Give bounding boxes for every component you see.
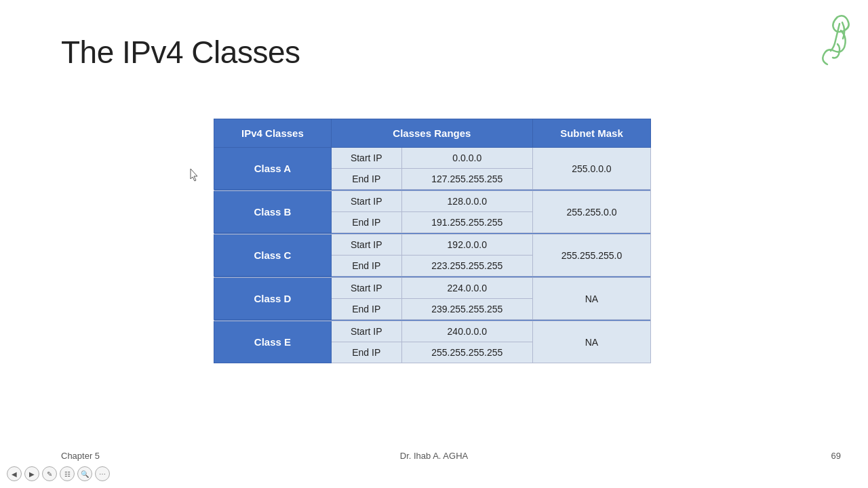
nav-play-button[interactable]: ▶: [24, 466, 39, 481]
range-label: End IP: [331, 169, 401, 190]
table-row: Class CStart IP192.0.0.0255.255.255.0: [214, 235, 651, 256]
range-label: End IP: [331, 299, 401, 320]
range-label: End IP: [331, 342, 401, 363]
range-value: 127.255.255.255: [401, 169, 532, 190]
subnet-cell-3: NA: [532, 278, 650, 320]
range-label: Start IP: [331, 278, 401, 299]
col-header-subnet: Subnet Mask: [532, 119, 650, 148]
nav-zoom-button[interactable]: 🔍: [77, 466, 92, 481]
range-label: Start IP: [331, 148, 401, 169]
table-row: Class DStart IP224.0.0.0NA: [214, 278, 651, 299]
range-value: 240.0.0.0: [401, 321, 532, 342]
range-label: End IP: [331, 212, 401, 233]
nav-controls: ◀ ▶ ✎ ☷ 🔍 ⋯: [7, 466, 110, 481]
nav-grid-button[interactable]: ☷: [60, 466, 75, 481]
ipv4-table-container: IPv4 Classes Classes Ranges Subnet Mask …: [214, 119, 651, 363]
footer-chapter: Chapter 5: [61, 451, 100, 461]
ipv4-classes-table: IPv4 Classes Classes Ranges Subnet Mask …: [214, 119, 651, 363]
range-label: Start IP: [331, 191, 401, 212]
subnet-cell-1: 255.255.0.0: [532, 191, 650, 233]
range-label: End IP: [331, 256, 401, 277]
mouse-cursor: [190, 168, 198, 180]
range-label: Start IP: [331, 235, 401, 256]
range-value: 192.0.0.0: [401, 235, 532, 256]
slide: The IPv4 Classes IPv4 Classes Classes Ra…: [0, 0, 868, 488]
table-row: Class EStart IP240.0.0.0NA: [214, 321, 651, 342]
nav-edit-button[interactable]: ✎: [42, 466, 57, 481]
slide-title: The IPv4 Classes: [61, 34, 300, 70]
subnet-cell-0: 255.0.0.0: [532, 148, 650, 190]
range-value: 128.0.0.0: [401, 191, 532, 212]
range-value: 224.0.0.0: [401, 278, 532, 299]
col-header-class: IPv4 Classes: [214, 119, 332, 148]
range-value: 239.255.255.255: [401, 299, 532, 320]
range-value: 191.255.255.255: [401, 212, 532, 233]
class-cell-1: Class B: [214, 191, 332, 233]
range-value: 255.255.255.255: [401, 342, 532, 363]
table-row: Class AStart IP0.0.0.0255.0.0.0: [214, 148, 651, 169]
range-value: 223.255.255.255: [401, 256, 532, 277]
nav-prev-button[interactable]: ◀: [7, 466, 22, 481]
subnet-cell-4: NA: [532, 321, 650, 363]
table-row: Class BStart IP128.0.0.0255.255.0.0: [214, 191, 651, 212]
subnet-cell-2: 255.255.255.0: [532, 235, 650, 277]
class-cell-3: Class D: [214, 278, 332, 320]
class-cell-2: Class C: [214, 235, 332, 277]
col-header-ranges: Classes Ranges: [331, 119, 532, 148]
range-label: Start IP: [331, 321, 401, 342]
class-cell-4: Class E: [214, 321, 332, 363]
footer-author: Dr. Ihab A. AGHA: [400, 451, 468, 461]
logo: [800, 10, 854, 78]
footer-page: 69: [831, 451, 841, 461]
class-cell-0: Class A: [214, 148, 332, 190]
nav-more-button[interactable]: ⋯: [95, 466, 110, 481]
range-value: 0.0.0.0: [401, 148, 532, 169]
